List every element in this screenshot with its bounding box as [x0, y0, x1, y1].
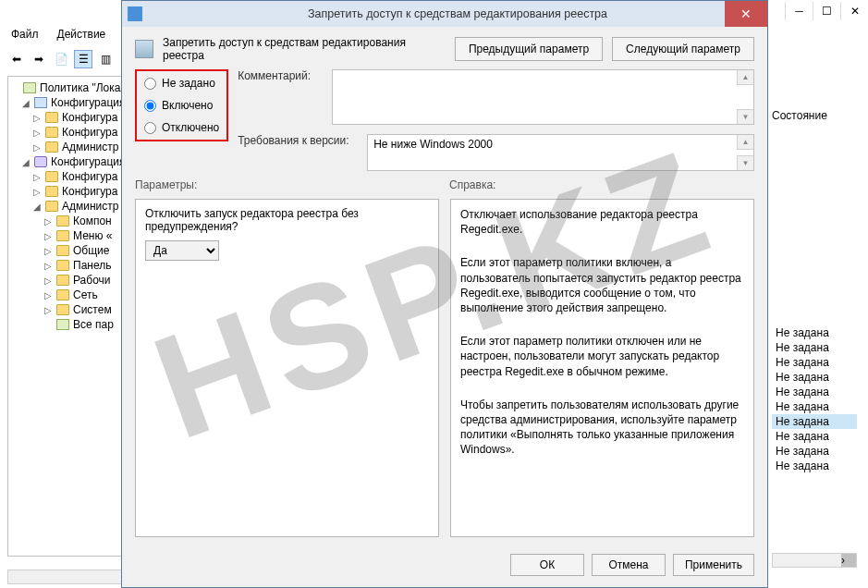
scroll-up-icon[interactable]: ▲ — [737, 70, 753, 85]
tree-label: Компон — [73, 214, 112, 227]
requirement-label: Требования к версии: — [238, 134, 358, 147]
radio-label: Отключено — [162, 121, 219, 134]
tree-label: Все пар — [73, 318, 114, 331]
list-item[interactable]: Не задана — [772, 355, 857, 370]
radio-input[interactable] — [144, 78, 156, 90]
folder-icon — [56, 230, 69, 241]
menu-action[interactable]: Действие — [54, 26, 110, 43]
comment-textarea[interactable]: ▲ ▼ — [332, 69, 754, 125]
help-panel: Отключает использование редактора реестр… — [450, 199, 754, 537]
scroll-down-icon[interactable]: ▼ — [737, 155, 753, 170]
folder-icon — [45, 201, 58, 212]
radio-disabled[interactable]: Отключено — [144, 121, 219, 134]
comment-label: Комментарий: — [238, 69, 323, 82]
user-icon — [34, 156, 47, 167]
help-paragraph: Чтобы запретить пользователям использова… — [460, 398, 744, 458]
close-button[interactable]: ✕ — [725, 1, 767, 27]
tree-label: Администр — [62, 200, 118, 213]
option-select[interactable]: Да — [145, 240, 219, 261]
tree-label: Систем — [73, 303, 112, 316]
list-item[interactable]: Не задана — [772, 459, 857, 473]
folder-icon — [56, 275, 69, 286]
tree-label: Конфигурация — [51, 155, 126, 168]
menu-file[interactable]: Файл — [7, 26, 43, 43]
scroll-right-icon[interactable]: › — [841, 554, 856, 567]
next-button[interactable]: Следующий параметр — [612, 37, 754, 61]
folder-icon — [45, 127, 58, 138]
tree-label: Меню « — [73, 229, 112, 242]
radio-not-configured[interactable]: Не задано — [144, 77, 219, 90]
folder-icon — [56, 245, 69, 256]
list-item[interactable]: Не задана — [772, 414, 857, 429]
toolbar: ⬅ ➡ 📄 ☰ ▥ — [7, 46, 115, 72]
list-item[interactable]: Не задана — [772, 370, 857, 385]
help-paragraph: Если этот параметр политики включен, а п… — [460, 255, 744, 315]
back-icon[interactable]: ⬅ — [7, 50, 26, 68]
list-item[interactable]: Не задана — [772, 429, 857, 444]
dialog-buttons: ОК Отмена Применить — [122, 546, 767, 587]
close-icon[interactable]: ✕ — [840, 2, 868, 20]
minimize-icon[interactable]: ─ — [785, 2, 813, 20]
folder-icon — [45, 112, 58, 123]
requirement-value: Не ниже Windows 2000 — [368, 135, 753, 153]
tree-label: Политика "Локал — [40, 81, 127, 94]
cancel-button[interactable]: Отмена — [592, 554, 666, 576]
list-item[interactable]: Не задана — [772, 444, 857, 459]
option-question: Отключить запуск редактора реестра без п… — [145, 207, 429, 233]
radio-label: Включено — [162, 99, 213, 112]
tree-label: Конфигурация — [51, 96, 126, 109]
tree-label: Конфигура — [62, 185, 117, 198]
list-item[interactable]: Не задана — [772, 385, 857, 399]
options-label: Параметры: — [135, 178, 440, 191]
tree-label: Конфигура — [62, 111, 117, 124]
radio-input[interactable] — [144, 100, 156, 112]
help-label: Справка: — [449, 178, 754, 191]
list-item[interactable]: Не задана — [772, 399, 857, 414]
state-list: Не задана Не задана Не задана Не задана … — [772, 325, 857, 473]
menubar: Файл Действие — [7, 26, 109, 43]
radio-label: Не задано — [162, 77, 215, 90]
scroll-down-icon[interactable]: ▼ — [737, 109, 753, 124]
apply-button[interactable]: Применить — [673, 554, 754, 576]
tree-label: Конфигура — [62, 126, 117, 139]
scroll-up-icon[interactable]: ▲ — [737, 135, 753, 150]
radio-input[interactable] — [144, 122, 156, 134]
options-panel: Отключить запуск редактора реестра без п… — [135, 199, 439, 537]
computer-icon — [34, 97, 47, 108]
tree-label: Общие — [73, 244, 109, 257]
tree-label: Сеть — [73, 288, 98, 301]
radio-enabled[interactable]: Включено — [144, 99, 219, 112]
folder-icon — [45, 141, 58, 153]
tree-label: Конфигура — [62, 170, 117, 183]
policy-dialog: Запретить доступ к средствам редактирова… — [121, 0, 768, 588]
folder-icon — [56, 260, 69, 271]
app-icon — [128, 6, 142, 21]
folder-icon — [56, 304, 69, 315]
all-icon — [56, 319, 69, 330]
dialog-titlebar: Запретить доступ к средствам редактирова… — [122, 1, 767, 27]
list-item[interactable]: Не задана — [772, 340, 857, 355]
ok-button[interactable]: ОК — [510, 554, 584, 576]
help-paragraph: Отключает использование редактора реестр… — [460, 207, 744, 237]
tree-label: Панель — [73, 259, 111, 272]
column-header-state[interactable]: Состояние — [772, 109, 857, 122]
policy-name: Запретить доступ к средствам редактирова… — [163, 36, 446, 62]
help-paragraph: Если этот параметр политики отключен или… — [460, 334, 744, 379]
policy-icon — [135, 40, 153, 58]
filter-icon[interactable]: ▥ — [96, 50, 115, 68]
horizontal-scrollbar[interactable]: › — [772, 553, 857, 568]
folder-icon — [56, 215, 69, 227]
requirement-box: Не ниже Windows 2000 ▲ ▼ — [367, 134, 754, 171]
folder-icon — [56, 289, 69, 300]
forward-icon[interactable]: ➡ — [30, 50, 48, 68]
parent-window-controls: ─ ☐ ✕ — [766, 0, 868, 22]
tree-label: Рабочи — [73, 274, 111, 287]
policy-icon — [23, 82, 36, 93]
maximize-icon[interactable]: ☐ — [813, 2, 840, 20]
up-icon[interactable]: 📄 — [52, 50, 70, 68]
folder-icon — [45, 186, 58, 197]
state-radio-group: Не задано Включено Отключено — [135, 69, 228, 141]
list-item[interactable]: Не задана — [772, 325, 857, 340]
previous-button[interactable]: Предыдущий параметр — [455, 37, 603, 61]
list-icon[interactable]: ☰ — [74, 50, 92, 68]
